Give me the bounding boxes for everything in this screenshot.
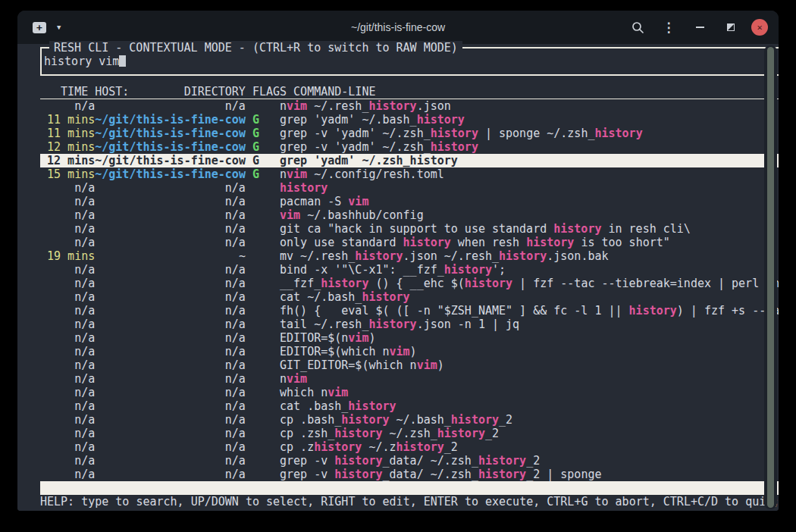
row-gap	[259, 222, 280, 236]
row-gap	[246, 331, 252, 345]
restore-button[interactable]	[720, 17, 741, 38]
row-flags	[252, 195, 259, 208]
chevron-down-icon[interactable]: ▼	[57, 24, 61, 31]
row-gap	[246, 290, 252, 304]
row-time: n/a	[40, 345, 95, 358]
scrollbar-thumb[interactable]	[767, 47, 774, 508]
table-row[interactable]: 15 mins~/git/this-is-fine-cow G nvim ~/.…	[40, 167, 779, 181]
row-time: n/a	[40, 304, 95, 318]
table-row[interactable]: n/an/a only use standard history when re…	[40, 236, 779, 249]
table-row[interactable]: n/an/a nvim ~/.resh_history.json	[40, 99, 779, 113]
row-time: n/a	[40, 99, 95, 113]
table-row[interactable]: n/an/a EDITOR=$(nvim)	[40, 331, 779, 345]
row-flags	[252, 372, 259, 386]
row-command: cp .zsh_history ~/.zsh_history_2	[280, 427, 499, 440]
search-icon	[631, 21, 644, 34]
minimize-button[interactable]	[689, 17, 710, 38]
row-time: n/a	[40, 372, 95, 386]
table-row[interactable]: n/an/a which nvim	[40, 386, 779, 399]
row-flags	[252, 263, 259, 277]
search-box[interactable]: RESH CLI - CONTEXTUAL MODE - (CTRL+R to …	[40, 47, 779, 76]
table-row[interactable]: n/an/a bind -x '"\C-x1": __fzf_history';	[40, 263, 779, 277]
search-match: history	[437, 427, 485, 440]
table-row[interactable]: n/an/a cat ~/.bash_history	[40, 290, 779, 304]
row-flags	[252, 222, 259, 236]
row-gap	[259, 427, 280, 440]
search-button[interactable]	[627, 17, 648, 38]
row-time: n/a	[40, 318, 95, 331]
row-gap	[259, 331, 280, 345]
row-gap	[259, 399, 280, 413]
row-flags	[252, 304, 259, 318]
table-row[interactable]: n/an/a vim ~/.bashhub/config	[40, 208, 779, 222]
table-row[interactable]: n/an/a pacman -S vim	[40, 195, 779, 208]
header-host-directory: HOST:DIRECTORY	[95, 85, 246, 99]
search-match: vim	[327, 386, 348, 399]
table-row[interactable]: 11 mins~/git/this-is-fine-cow G grep 'ya…	[40, 113, 779, 127]
row-gap	[259, 167, 280, 181]
table-row[interactable]: n/an/a cp .bash_history ~/.bash_history_…	[40, 413, 779, 427]
row-gap	[246, 208, 252, 222]
table-row[interactable]: n/an/a cat .bash_history	[40, 399, 779, 413]
table-row[interactable]: n/an/a history	[40, 181, 779, 195]
table-row[interactable]: n/an/a grep -v history_data/ ~/.zsh_hist…	[40, 468, 779, 481]
search-match: history	[334, 454, 382, 468]
row-time: n/a	[40, 358, 95, 372]
table-row[interactable]: 19 mins~ mv ~/.resh_history.json ~/.resh…	[40, 249, 779, 263]
table-row[interactable]: n/an/a tail ~/.resh_history.json -n 1 | …	[40, 318, 779, 331]
new-tab-button[interactable]: +	[33, 22, 46, 33]
status-bar: 2020-05-11 12:01:51tower:~/git/this-is-f…	[40, 481, 779, 495]
row-directory: n/a	[95, 331, 246, 345]
row-gap	[259, 236, 280, 249]
table-row[interactable]: n/an/a grep -v history_data/ ~/.zsh_hist…	[40, 454, 779, 468]
row-time: n/a	[40, 427, 95, 440]
row-gap	[259, 277, 280, 290]
row-time: n/a	[40, 277, 95, 290]
row-directory: n/a	[95, 440, 246, 454]
row-time: n/a	[40, 208, 95, 222]
row-directory: n/a	[95, 236, 246, 249]
table-row[interactable]: n/an/a git ca "hack in support to use st…	[40, 222, 779, 236]
search-match: history	[594, 127, 642, 140]
row-gap	[259, 386, 280, 399]
table-row[interactable]: 12 mins~/git/this-is-fine-cow G grep 'ya…	[40, 154, 779, 167]
table-row[interactable]: 11 mins~/git/this-is-fine-cow G grep -v …	[40, 127, 779, 140]
row-gap	[246, 304, 252, 318]
row-time: n/a	[40, 236, 95, 249]
row-command: git ca "hack in support to use standard …	[280, 222, 691, 236]
restore-icon	[727, 23, 735, 31]
row-gap	[259, 195, 280, 208]
table-row[interactable]: n/an/a cp .zsh_history ~/.zsh_history_2	[40, 427, 779, 440]
row-flags: G	[252, 113, 259, 127]
row-time: n/a	[40, 454, 95, 468]
menu-button[interactable]: ⋮	[658, 17, 679, 38]
terminal-window: + ▼ ~/git/this-is-fine-cow ⋮	[17, 11, 779, 511]
row-directory: n/a	[95, 290, 246, 304]
search-match: history	[348, 399, 396, 413]
table-row[interactable]: n/an/a EDITOR=$(which nvim)	[40, 345, 779, 358]
row-command: grep -v 'yadm' ~/.zsh_history	[280, 140, 478, 154]
row-flags: G	[252, 140, 259, 154]
table-row[interactable]: n/an/a __fzf_history () { __ehc $(histor…	[40, 277, 779, 290]
search-match: history	[465, 277, 512, 290]
search-match: history	[396, 440, 444, 454]
row-flags	[252, 208, 259, 222]
row-flags	[252, 358, 259, 372]
search-match: history	[431, 140, 478, 154]
row-gap	[259, 413, 280, 427]
row-command: mv ~/.resh_history.json ~/.resh_history.…	[280, 249, 609, 263]
table-row[interactable]: n/an/a nvim	[40, 372, 779, 386]
scrollbar[interactable]	[764, 45, 777, 509]
search-match: history	[314, 440, 362, 454]
row-command: grep 'yadm' ~/.zsh_history	[280, 154, 458, 167]
table-row[interactable]: n/an/a fh() { eval $( ([ -n "$ZSH_NAME" …	[40, 304, 779, 318]
table-row[interactable]: n/an/a GIT_EDITOR=$(which nvim)	[40, 358, 779, 372]
table-row[interactable]: 12 mins~/git/this-is-fine-cow G grep -v …	[40, 140, 779, 154]
mode-header: RESH CLI - CONTEXTUAL MODE - (CTRL+R to …	[49, 41, 462, 55]
search-match: history	[280, 181, 327, 195]
table-row[interactable]: n/an/a cp .zhistory ~/.zhistory_2	[40, 440, 779, 454]
row-command: grep -v 'yadm' ~/.zsh_history | sponge ~…	[280, 127, 643, 140]
row-gap	[246, 427, 252, 440]
close-button[interactable]: ✕	[751, 19, 768, 36]
row-gap	[246, 140, 252, 154]
